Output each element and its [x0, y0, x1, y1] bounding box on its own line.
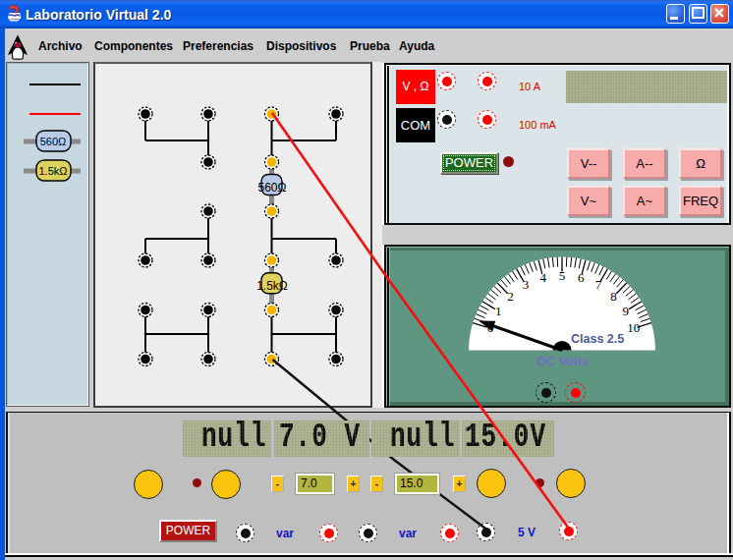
svg-text:6: 6 [578, 270, 585, 285]
svg-text:DC Volts: DC Volts [536, 354, 589, 368]
svg-text:7: 7 [595, 277, 602, 292]
svg-text:9: 9 [622, 304, 629, 318]
svg-text:1.5kΩ: 1.5kΩ [256, 279, 288, 293]
svg-text:1.5kΩ: 1.5kΩ [38, 165, 67, 177]
svg-text:Class 2.5: Class 2.5 [571, 332, 624, 346]
svg-text:8: 8 [610, 289, 617, 304]
svg-text:2: 2 [507, 289, 514, 304]
svg-text:560Ω: 560Ω [258, 181, 287, 195]
svg-text:10: 10 [627, 320, 640, 335]
svg-text:5: 5 [559, 268, 566, 283]
svg-text:560Ω: 560Ω [40, 136, 67, 147]
svg-text:3: 3 [523, 277, 530, 292]
svg-text:4: 4 [540, 270, 547, 285]
svg-text:1: 1 [495, 304, 502, 318]
